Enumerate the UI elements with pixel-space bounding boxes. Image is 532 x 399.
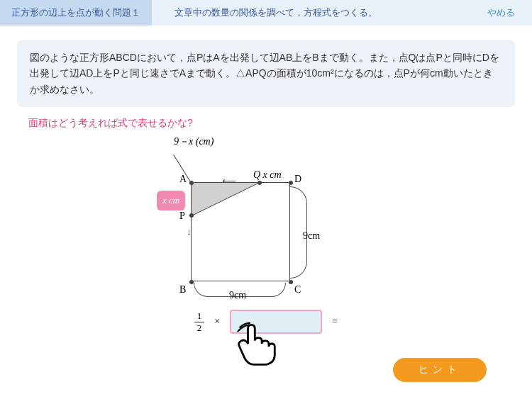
side-length-bottom: 9cm: [229, 290, 246, 301]
arrow-left-icon: ⟵: [222, 175, 236, 186]
label-c: C: [294, 284, 301, 296]
vertex-d-dot: [289, 181, 293, 185]
arrow-down-icon: ↓: [187, 226, 192, 237]
quit-button[interactable]: やめる: [470, 6, 532, 19]
header-title-center: 文章中の数量の関係を調べて，方程式をつくる。: [152, 6, 470, 19]
header-bar: 正方形の辺上を点が動く問題１ 文章中の数量の関係を調べて，方程式をつくる。 やめ…: [0, 0, 532, 26]
header-title-left: 正方形の辺上を点が動く問題１: [0, 0, 152, 26]
side-length-right: 9cm: [303, 230, 320, 242]
xcm-badge[interactable]: x cm: [157, 191, 185, 210]
hint-button[interactable]: ヒント: [393, 358, 487, 382]
label-b: B: [179, 284, 186, 296]
problem-statement: 図のような正方形ABCDにおいて，点PはAを出発して辺AB上をBまで動く。また，…: [17, 40, 515, 107]
label-q: Q x cm: [253, 169, 282, 181]
label-d: D: [294, 174, 301, 185]
square-abcd: [191, 182, 290, 281]
vertex-c-dot: [289, 280, 293, 284]
equals-sign: =: [332, 316, 338, 327]
geometry-diagram: 9－x (cm) A B C D P Q x cm ⟵ ↓ x cm 9cm 9…: [145, 135, 387, 305]
fraction-denominator: 2: [194, 322, 205, 334]
times-sign: ×: [214, 316, 220, 327]
label-a: A: [179, 174, 187, 185]
answer-input[interactable]: [230, 310, 322, 334]
label-p: P: [179, 210, 185, 222]
fraction-one-half: 1 2: [194, 310, 205, 334]
fraction-numerator: 1: [194, 310, 205, 322]
expr-9-minus-x: 9－x (cm): [174, 135, 214, 148]
equation-row: 1 2 × =: [0, 310, 532, 334]
guiding-question: 面積はどう考えれば式で表せるかな?: [28, 117, 532, 130]
